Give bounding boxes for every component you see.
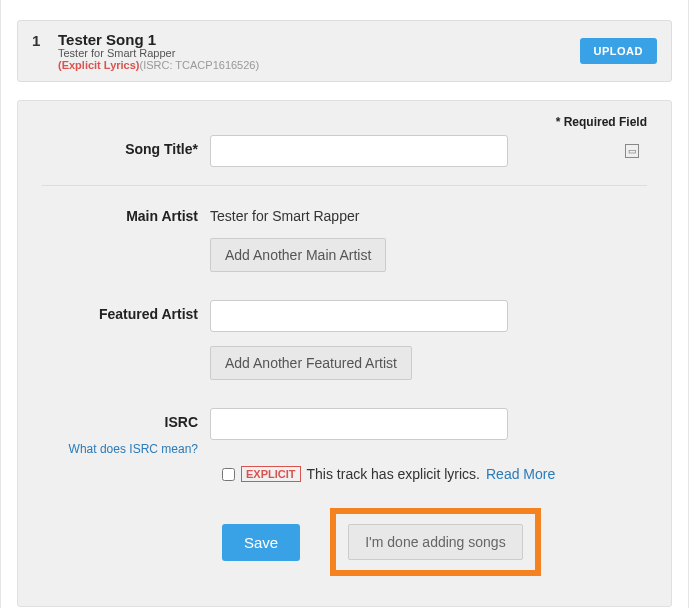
track-title: Tester Song 1 xyxy=(58,31,580,48)
required-field-note: * Required Field xyxy=(42,115,647,129)
track-row: 1 Tester Song 1 Tester for Smart Rapper … xyxy=(17,20,672,82)
song-title-label: Song Title* xyxy=(42,135,210,157)
add-featured-artist-button[interactable]: Add Another Featured Artist xyxy=(210,346,412,380)
isrc-help-link[interactable]: What does ISRC mean? xyxy=(42,442,210,456)
done-adding-songs-button[interactable]: I'm done adding songs xyxy=(348,524,522,560)
track-artist: Tester for Smart Rapper xyxy=(58,47,580,59)
main-artist-value: Tester for Smart Rapper xyxy=(210,202,359,224)
contacts-icon: ▭ xyxy=(625,144,639,158)
highlight-frame: I'm done adding songs xyxy=(330,508,540,576)
song-form: * Required Field Song Title* ▭ Main Arti… xyxy=(17,100,672,607)
track-meta: (Explicit Lyrics)(ISRC: TCACP1616526) xyxy=(58,59,580,71)
isrc-tag: (ISRC: TCACP1616526) xyxy=(140,59,260,71)
isrc-input[interactable] xyxy=(210,408,508,440)
featured-artist-label: Featured Artist xyxy=(42,300,210,322)
track-number: 1 xyxy=(32,31,58,49)
featured-artist-input[interactable] xyxy=(210,300,508,332)
main-artist-label: Main Artist xyxy=(42,202,210,224)
divider xyxy=(42,185,647,186)
explicit-badge: EXPLICIT xyxy=(241,466,301,482)
explicit-lyrics-tag: (Explicit Lyrics) xyxy=(58,59,140,71)
song-title-input[interactable] xyxy=(210,135,508,167)
explicit-checkbox[interactable] xyxy=(222,468,235,481)
upload-button[interactable]: UPLOAD xyxy=(580,38,657,64)
isrc-label: ISRC xyxy=(42,408,210,430)
add-main-artist-button[interactable]: Add Another Main Artist xyxy=(210,238,386,272)
explicit-description: This track has explicit lyrics. xyxy=(307,466,480,482)
track-info: Tester Song 1 Tester for Smart Rapper (E… xyxy=(58,31,580,71)
save-button[interactable]: Save xyxy=(222,524,300,561)
read-more-link[interactable]: Read More xyxy=(486,466,555,482)
